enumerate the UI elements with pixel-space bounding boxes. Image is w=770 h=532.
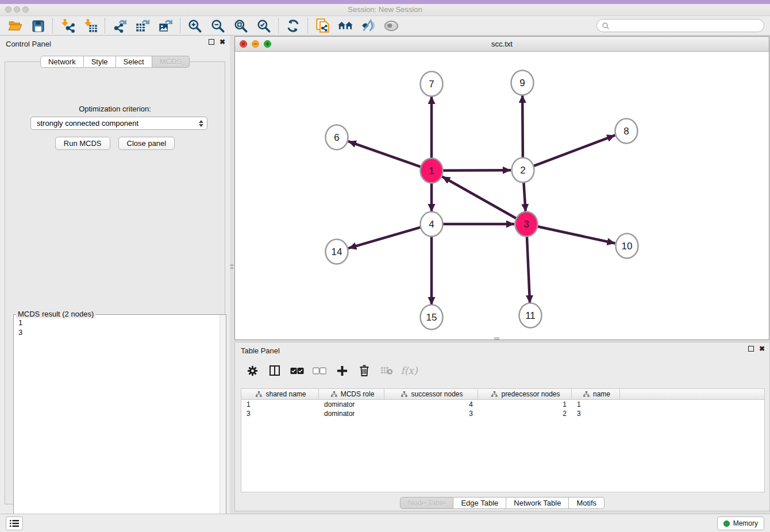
delete-table-button[interactable]: [380, 364, 394, 377]
control-panel-tabs: NetworkStyleSelectMCDS: [40, 56, 190, 68]
import-network-button[interactable]: [56, 17, 79, 34]
criterion-select[interactable]: strongly connected component: [30, 117, 207, 130]
edge-4-14[interactable]: [348, 228, 421, 249]
close-table-panel-icon[interactable]: ✖: [759, 346, 765, 352]
table-cell[interactable]: 3: [572, 409, 620, 418]
table-row[interactable]: 1dominator411: [241, 400, 764, 409]
memory-status-icon: [723, 521, 730, 527]
delete-table-icon: [380, 366, 393, 375]
tab-style[interactable]: Style: [84, 56, 116, 68]
edge-2-3[interactable]: [523, 182, 525, 212]
edge-1-6[interactable]: [348, 141, 421, 167]
table-row[interactable]: 3dominator323: [241, 409, 764, 418]
table-cell[interactable]: dominator: [319, 400, 384, 409]
column-header-shared-name[interactable]: shared name: [241, 389, 319, 399]
show-column-button[interactable]: [268, 364, 282, 377]
network-canvas[interactable]: 1234678910111415: [235, 52, 769, 340]
function-builder-button[interactable]: f(x): [402, 364, 416, 377]
network-window-titlebar: scc.txt: [235, 37, 769, 52]
search-box[interactable]: [596, 19, 764, 32]
attribute-icon: [256, 391, 262, 397]
export-image-button[interactable]: [154, 17, 177, 34]
close-panel-button[interactable]: Close panel: [118, 137, 175, 150]
tab-mcds[interactable]: MCDS: [152, 56, 190, 68]
show-details-button[interactable]: [380, 17, 403, 34]
deselect-all-button[interactable]: [313, 364, 326, 377]
run-mcds-button[interactable]: Run MCDS: [55, 137, 110, 150]
table-cell[interactable]: 3: [384, 409, 478, 418]
export-table-button[interactable]: [131, 17, 154, 34]
attribute-icon: [583, 391, 590, 397]
float-table-panel-icon[interactable]: [748, 346, 754, 352]
zoom-selected-button[interactable]: [252, 17, 275, 34]
create-column-button[interactable]: [335, 364, 349, 377]
close-panel-icon[interactable]: ✖: [220, 39, 225, 45]
apply-layout-button[interactable]: [282, 17, 305, 34]
tab-select[interactable]: Select: [116, 56, 152, 68]
table-tab-network-table[interactable]: Network Table: [506, 497, 569, 509]
edge-3-1[interactable]: [442, 176, 516, 218]
edge-2-8[interactable]: [534, 135, 615, 166]
zoom-out-icon: [210, 18, 225, 33]
network-graph[interactable]: 1234678910111415: [235, 52, 769, 340]
select-stepper-icon: [199, 120, 203, 127]
table-cell[interactable]: dominator: [319, 409, 384, 418]
mcds-result-line: 1: [18, 318, 214, 327]
mcds-result-box: MCDS result (2 nodes) 13: [13, 314, 226, 528]
column-header-MCDS-role[interactable]: MCDS role: [319, 389, 384, 399]
table-cell[interactable]: 4: [384, 400, 478, 409]
control-panel: Control Panel ✖ NetworkStyleSelectMCDS O…: [0, 36, 230, 514]
memory-button[interactable]: Memory: [717, 516, 764, 530]
show-details-icon: [383, 18, 399, 34]
table-tab-node-table[interactable]: Node Table: [400, 497, 454, 509]
float-panel-icon[interactable]: [209, 39, 214, 45]
attribute-icon: [401, 391, 407, 397]
toolbar-separator: [278, 18, 279, 33]
export-table-icon: [135, 18, 151, 33]
delete-column-button[interactable]: [357, 364, 371, 377]
import-table-button[interactable]: [79, 17, 102, 34]
tab-network[interactable]: Network: [40, 56, 84, 68]
search-input[interactable]: [610, 22, 759, 30]
zoom-out-button[interactable]: [206, 17, 229, 34]
edge-3-11[interactable]: [527, 236, 530, 303]
table-cell[interactable]: 1: [478, 400, 572, 409]
table-cell[interactable]: 1: [241, 400, 319, 409]
export-network-button[interactable]: [108, 17, 131, 34]
home-icon: [337, 18, 353, 34]
open-session-button[interactable]: [3, 17, 26, 34]
result-scrollbar[interactable]: [220, 315, 226, 527]
hide-details-button[interactable]: [357, 17, 380, 34]
splitter-grip-icon: [230, 263, 233, 270]
node-table-header: shared nameMCDS rolesuccessor nodesprede…: [241, 389, 764, 400]
select-all-button[interactable]: [290, 364, 304, 377]
edge-3-10[interactable]: [538, 226, 615, 243]
table-cell[interactable]: 2: [478, 409, 572, 418]
select-all-icon: [290, 367, 304, 375]
mcds-result-line: 3: [18, 327, 214, 337]
table-tab-motifs[interactable]: Motifs: [569, 497, 605, 509]
node-label-9: 9: [519, 78, 525, 88]
table-cell[interactable]: 1: [572, 400, 620, 409]
home-button[interactable]: [334, 17, 357, 34]
column-header-name[interactable]: name: [572, 389, 620, 399]
node-table-body: 1dominator4113dominator323: [241, 400, 764, 418]
mcds-result-lines: 13: [14, 316, 219, 527]
memory-label: Memory: [733, 519, 758, 527]
edge-2-9[interactable]: [522, 95, 523, 159]
table-tab-edge-table[interactable]: Edge Table: [453, 497, 506, 509]
column-header-predecessor-nodes[interactable]: predecessor nodes: [478, 389, 572, 399]
apply-layout-icon: [286, 18, 301, 33]
table-settings-button[interactable]: [245, 364, 259, 377]
panel-splitter[interactable]: [230, 36, 234, 514]
table-cell[interactable]: 3: [241, 409, 319, 418]
zoom-in-button[interactable]: [183, 17, 206, 34]
zoom-fit-button[interactable]: [229, 17, 252, 34]
edge-1-2[interactable]: [443, 170, 511, 171]
column-header-successor-nodes[interactable]: successor nodes: [384, 389, 478, 399]
task-history-button[interactable]: [6, 516, 23, 530]
application-window: Session: New Session: [0, 0, 770, 532]
clone-network-button[interactable]: [311, 17, 334, 34]
node-label-14: 14: [332, 246, 342, 257]
save-session-button[interactable]: [26, 17, 49, 34]
